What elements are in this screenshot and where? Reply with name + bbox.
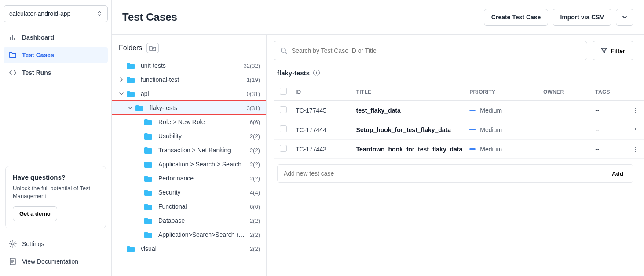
chevron-down-icon[interactable]: [127, 106, 134, 110]
folder-row[interactable]: Application > Search > Search func…2(2): [112, 157, 266, 171]
import-csv-button[interactable]: Import via CSV: [553, 9, 611, 26]
folder-icon: [144, 203, 153, 210]
svg-rect-1: [12, 35, 13, 40]
chevron-down-icon[interactable]: [118, 92, 125, 96]
header: Test Cases Create Test Case Import via C…: [112, 0, 644, 35]
folder-icon: [144, 231, 153, 238]
folder-row[interactable]: visual2(2): [112, 242, 266, 256]
folder-row[interactable]: Application>Search>Search results2(2): [112, 228, 266, 242]
nav-docs[interactable]: View Documentation: [4, 253, 108, 270]
folder-row[interactable]: Security4(4): [112, 185, 266, 199]
folder-name: Security: [158, 189, 248, 196]
add-test-case-button[interactable]: Add: [602, 165, 633, 182]
nav-dashboard[interactable]: Dashboard: [4, 29, 108, 46]
add-test-case-input[interactable]: [278, 165, 602, 182]
nav-test-cases[interactable]: Test Cases: [4, 47, 108, 63]
col-priority: PRIORITY: [466, 83, 540, 101]
document-icon: [9, 258, 17, 265]
folder-icon: [127, 245, 135, 252]
folder-count: 2(2): [250, 133, 260, 140]
folder-row[interactable]: flaky-tests3(31): [112, 101, 266, 115]
cell-priority: Medium: [469, 107, 536, 114]
folder-icon: [144, 118, 153, 125]
folder-icon: [144, 132, 153, 140]
cell-id: TC-177444: [292, 120, 353, 140]
chevron-updown-icon: [97, 10, 102, 17]
page-title: Test Cases: [122, 11, 177, 23]
folder-icon: [9, 51, 17, 59]
search-icon: [280, 47, 287, 54]
folder-name: Functional: [158, 203, 248, 210]
test-case-table: ID TITLE PRIORITY OWNER TAGS TC-177445te…: [274, 83, 644, 159]
folder-row[interactable]: Database2(2): [112, 213, 266, 228]
cell-priority: Medium: [469, 126, 536, 133]
folder-count: 6(6): [250, 203, 260, 210]
folder-icon: [144, 161, 153, 168]
folder-count: 2(2): [250, 161, 260, 168]
table-row[interactable]: TC-177444Setup_hook_for_test_flaky_dataM…: [274, 120, 644, 140]
folder-count: 1(19): [247, 77, 260, 83]
add-folder-button[interactable]: [146, 43, 159, 53]
folder-row[interactable]: unit-tests32(32): [112, 59, 266, 73]
cell-owner: [540, 140, 592, 159]
select-all-checkbox[interactable]: [280, 88, 287, 95]
test-cases-pane: Filter flaky-tests i ID TITLE PRIORITY O…: [267, 35, 644, 276]
project-selector[interactable]: calculator-android-app: [4, 5, 108, 22]
folder-count: 2(2): [250, 217, 260, 224]
row-actions-button[interactable]: ⋮: [626, 101, 644, 120]
folder-count: 2(2): [250, 147, 260, 154]
code-icon: [9, 69, 17, 77]
sidebar: calculator-android-app Dashboard Test Ca…: [0, 0, 112, 276]
demo-body: Unlock the full potential of Test Manage…: [13, 184, 99, 200]
search-input[interactable]: [292, 47, 581, 54]
demo-cta-button[interactable]: Get a demo: [13, 206, 57, 221]
folder-row[interactable]: Transaction > Net Banking2(2): [112, 143, 266, 157]
folder-icon: [135, 104, 144, 111]
folder-icon: [127, 76, 135, 83]
row-checkbox[interactable]: [280, 106, 287, 113]
svg-line-11: [285, 52, 287, 54]
folder-row[interactable]: Role > New Role6(6): [112, 115, 266, 129]
filter-label: Filter: [611, 48, 625, 54]
row-checkbox[interactable]: [280, 125, 287, 132]
folder-name: Role > New Role: [158, 118, 248, 125]
folder-row[interactable]: Usability2(2): [112, 129, 266, 143]
row-actions-button[interactable]: ⋮: [626, 140, 644, 159]
filter-button[interactable]: Filter: [593, 41, 633, 60]
col-id: ID: [292, 83, 353, 101]
folder-row[interactable]: Performance2(2): [112, 171, 266, 185]
create-test-case-button[interactable]: Create Test Case: [484, 9, 549, 26]
search-box[interactable]: [274, 41, 587, 60]
row-checkbox[interactable]: [280, 145, 287, 152]
row-actions-button[interactable]: ⋮: [626, 120, 644, 140]
folder-plus-icon: [149, 45, 156, 51]
folder-row[interactable]: api0(31): [112, 87, 266, 101]
folder-row[interactable]: Functional6(6): [112, 199, 266, 213]
folder-name: api: [141, 90, 245, 97]
demo-title: Have questions?: [13, 173, 99, 181]
folder-name: functional-test: [141, 76, 245, 83]
info-icon[interactable]: i: [313, 70, 320, 76]
cell-owner: [540, 101, 592, 120]
folder-count: 3(31): [247, 105, 260, 111]
folder-name: flaky-tests: [150, 104, 245, 111]
chevron-down-icon: [622, 14, 628, 20]
nav-settings[interactable]: Settings: [4, 236, 108, 252]
table-row[interactable]: TC-177443Teardown_hook_for_test_flaky_da…: [274, 140, 644, 159]
folder-list: unit-tests32(32)functional-test1(19)api0…: [112, 59, 266, 276]
folder-icon: [144, 217, 153, 224]
cell-tags: --: [592, 140, 626, 159]
nav-test-runs[interactable]: Test Runs: [4, 64, 108, 81]
cell-tags: --: [592, 120, 626, 140]
nav-dashboard-label: Dashboard: [22, 34, 54, 41]
folder-row[interactable]: functional-test1(19): [112, 73, 266, 87]
folder-count: 0(31): [247, 91, 260, 97]
chevron-right-icon[interactable]: [118, 77, 125, 82]
project-name: calculator-android-app: [9, 10, 70, 17]
gear-icon: [9, 240, 17, 248]
table-row[interactable]: TC-177445test_flaky_dataMedium--⋮: [274, 101, 644, 120]
bar-chart-icon: [9, 33, 17, 41]
folder-name: unit-tests: [141, 62, 242, 69]
more-actions-button[interactable]: [616, 9, 633, 26]
main: Test Cases Create Test Case Import via C…: [112, 0, 644, 276]
